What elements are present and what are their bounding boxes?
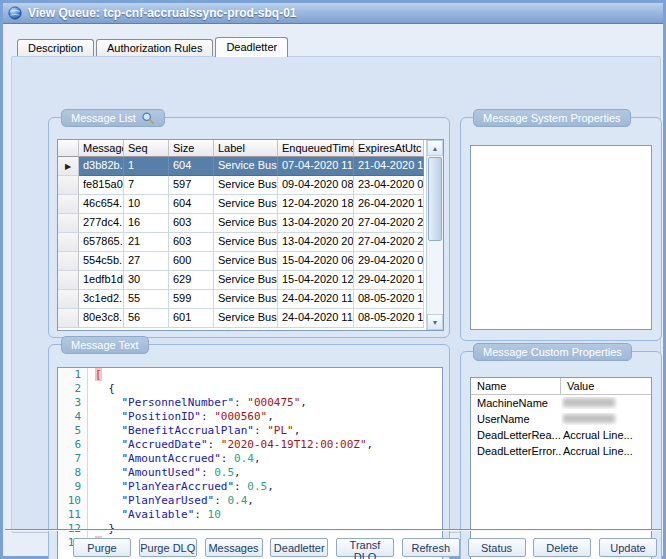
code-line-text: "AmountAccrued": 0.4, xyxy=(88,452,261,466)
purge-button[interactable]: Purge xyxy=(73,538,131,557)
messages-button[interactable]: Messages xyxy=(205,538,263,557)
tab-authorization-rules[interactable]: Authorization Rules xyxy=(96,39,213,57)
message-text-header: Message Text xyxy=(61,336,149,354)
scroll-down-icon[interactable]: ▼ xyxy=(427,314,443,330)
message-cell: 26-04-2020 18... xyxy=(354,195,424,214)
delete-button[interactable]: Delete xyxy=(533,538,591,557)
message-cell: 657865... xyxy=(79,233,124,252)
message-cell: 554c5b... xyxy=(79,252,124,271)
message-cell: 7 xyxy=(124,176,169,195)
message-row[interactable]: 3c1ed2...55599Service Bus...24-04-2020 1… xyxy=(58,290,426,309)
scroll-up-icon[interactable]: ▲ xyxy=(427,140,443,156)
message-cell: 604 xyxy=(169,195,214,214)
code-line: 6 "AccruedDate": "2020-04-19T12:00:00Z", xyxy=(58,438,442,452)
message-cell: 277dc4... xyxy=(79,214,124,233)
prop-row[interactable]: UserName xyxy=(471,411,651,427)
row-selector-cell[interactable] xyxy=(58,233,79,252)
divider xyxy=(5,529,661,531)
message-cell: 1edfb1d... xyxy=(79,271,124,290)
message-cell: 46c654... xyxy=(79,195,124,214)
code-line: 2 { xyxy=(58,382,442,396)
line-number: 4 xyxy=(58,410,88,424)
system-properties-header: Message System Properties xyxy=(473,109,631,127)
message-cell: Service Bus... xyxy=(214,195,278,214)
message-row[interactable]: 80e3c8...56601Service Bus...24-04-2020 1… xyxy=(58,309,426,328)
grid-col-header-size[interactable]: Size xyxy=(169,140,214,157)
tab-strip: DescriptionAuthorization RulesDeadletter xyxy=(17,37,290,57)
message-row[interactable]: 277dc4...16603Service Bus...13-04-2020 2… xyxy=(58,214,426,233)
code-line-text: { xyxy=(88,382,115,396)
custom-properties-list[interactable]: Name Value MachineNameUserNameDeadLetter… xyxy=(470,377,652,559)
message-cell: Service Bus... xyxy=(214,252,278,271)
grid-col-header-expiresatutc[interactable]: ExpiresAtUtc xyxy=(354,140,424,157)
message-cell: 55 xyxy=(124,290,169,309)
code-line-text: "PlanYearUsed": 0.4, xyxy=(88,494,254,508)
deadletter-button[interactable]: Deadletter xyxy=(270,538,328,557)
code-line: 8 "AmountUsed": 0.5, xyxy=(58,466,442,480)
line-number: 11 xyxy=(58,508,88,522)
message-cell: 16 xyxy=(124,214,169,233)
prop-row[interactable]: DeadLetterError...Accrual Line... xyxy=(471,443,651,459)
message-cell: 29-04-2020 06... xyxy=(354,252,424,271)
message-cell: Service Bus... xyxy=(214,271,278,290)
message-row[interactable]: 657865...21603Service Bus...13-04-2020 2… xyxy=(58,233,426,252)
prop-row[interactable]: MachineName xyxy=(471,395,651,411)
row-selector-cell[interactable] xyxy=(58,214,79,233)
scroll-thumb[interactable] xyxy=(428,157,442,241)
row-selector-cell[interactable] xyxy=(58,176,79,195)
message-cell: 15-04-2020 06... xyxy=(278,252,354,271)
grid-col-header-enqueuedtimeu[interactable]: EnqueuedTimeU xyxy=(278,140,354,157)
tab-description[interactable]: Description xyxy=(17,39,94,57)
row-selector-cell[interactable] xyxy=(58,195,79,214)
message-cell: 29-04-2020 12... xyxy=(354,271,424,290)
transf-dlq-button[interactable]: Transf DLQ xyxy=(336,538,394,557)
message-cell: 13-04-2020 20... xyxy=(278,233,354,252)
message-cell: 21 xyxy=(124,233,169,252)
line-number: 2 xyxy=(58,382,88,396)
grid-vscrollbar[interactable]: ▲ ▼ xyxy=(426,140,443,330)
props-header-name[interactable]: Name xyxy=(471,378,561,394)
message-cell: 603 xyxy=(169,214,214,233)
system-properties-group: Message System Properties xyxy=(460,117,662,341)
purge-dlq-button[interactable]: Purge DLQ xyxy=(139,538,197,557)
line-number: 3 xyxy=(58,396,88,410)
titlebar[interactable]: View Queue: tcp-cnf-accrualssync-prod-sb… xyxy=(3,3,663,24)
prop-row[interactable]: DeadLetterRea...Accrual Line... xyxy=(471,427,651,443)
message-cell: 13-04-2020 20... xyxy=(278,214,354,233)
message-cell: 07-04-2020 11... xyxy=(278,157,354,176)
props-header-value[interactable]: Value xyxy=(561,378,651,394)
message-row[interactable]: 1edfb1d...30629Service Bus...15-04-2020 … xyxy=(58,271,426,290)
search-icon[interactable] xyxy=(141,111,155,125)
refresh-button[interactable]: Refresh xyxy=(402,538,460,557)
grid-col-header-seq[interactable]: Seq xyxy=(124,140,169,157)
prop-name: DeadLetterError... xyxy=(471,445,561,457)
tab-deadletter[interactable]: Deadletter xyxy=(215,37,288,57)
line-number: 7 xyxy=(58,452,88,466)
message-cell: 12-04-2020 18... xyxy=(278,195,354,214)
message-cell: fe815a0... xyxy=(79,176,124,195)
update-button[interactable]: Update xyxy=(599,538,657,557)
code-line: 11 "Available": 10 xyxy=(58,508,442,522)
row-selector-cell[interactable] xyxy=(58,290,79,309)
message-row[interactable]: ▶d3b82b...1604Service Bus...07-04-2020 1… xyxy=(58,157,426,176)
grid-col-header-label[interactable]: Label xyxy=(214,140,278,157)
message-grid: MessageIdSeqSizeLabelEnqueuedTimeUExpire… xyxy=(57,139,444,331)
row-selector-cell[interactable] xyxy=(58,309,79,328)
line-number: 1 xyxy=(58,368,88,382)
custom-properties-header: Message Custom Properties xyxy=(473,343,632,361)
code-line-text: "AccruedDate": "2020-04-19T12:00:00Z", xyxy=(88,438,373,452)
message-row[interactable]: 46c654...10604Service Bus...12-04-2020 1… xyxy=(58,195,426,214)
message-row[interactable]: 554c5b...27600Service Bus...15-04-2020 0… xyxy=(58,252,426,271)
message-cell: 30 xyxy=(124,271,169,290)
row-selector-cell[interactable]: ▶ xyxy=(58,157,79,176)
message-cell: Service Bus... xyxy=(214,157,278,176)
message-cell: 09-04-2020 08... xyxy=(278,176,354,195)
status-button[interactable]: Status xyxy=(468,538,526,557)
row-selector-cell[interactable] xyxy=(58,252,79,271)
message-cell: Service Bus... xyxy=(214,214,278,233)
system-properties-box[interactable] xyxy=(470,145,652,330)
message-cell: 27-04-2020 20... xyxy=(354,233,424,252)
row-selector-cell[interactable] xyxy=(58,271,79,290)
grid-col-header-messageid[interactable]: MessageId xyxy=(79,140,124,157)
message-row[interactable]: fe815a0...7597Service Bus...09-04-2020 0… xyxy=(58,176,426,195)
